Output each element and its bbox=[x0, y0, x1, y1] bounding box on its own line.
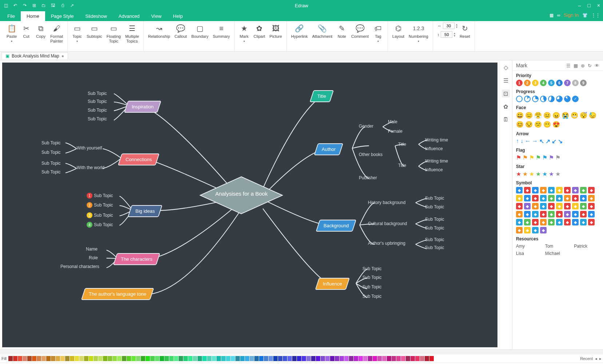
color-swatch[interactable] bbox=[103, 356, 107, 361]
priority-badge[interactable]: 3 bbox=[532, 80, 539, 86]
horizontal-scrollbar[interactable] bbox=[0, 349, 603, 355]
leaf[interactable]: Sub Topic bbox=[88, 116, 107, 121]
color-swatch[interactable] bbox=[245, 356, 249, 361]
symbol-icon[interactable]: ◆ bbox=[580, 195, 587, 201]
symbol-icon[interactable]: ◆ bbox=[532, 203, 539, 209]
star-icon[interactable]: ★ bbox=[529, 171, 534, 177]
color-swatch[interactable] bbox=[259, 356, 263, 361]
symbol-icon[interactable]: ◆ bbox=[580, 203, 587, 209]
chevron-right-icon[interactable]: ▸ bbox=[599, 356, 602, 361]
arrow-icon[interactable]: ↘ bbox=[558, 138, 563, 145]
callout-button[interactable]: 💬Callout bbox=[172, 23, 189, 40]
v-spacing-input[interactable] bbox=[441, 31, 452, 38]
picture-button[interactable]: 🖼Picture bbox=[267, 23, 284, 40]
color-swatch[interactable] bbox=[316, 356, 320, 361]
symbol-icon[interactable]: ◆ bbox=[572, 195, 579, 201]
color-swatch[interactable] bbox=[278, 356, 282, 361]
progress-pie[interactable] bbox=[564, 96, 571, 102]
flag-icon[interactable]: ⚑ bbox=[523, 154, 528, 161]
color-swatch[interactable] bbox=[136, 356, 140, 361]
canvas-area[interactable]: Analysises for a Book Inspiration Sub To… bbox=[0, 60, 512, 349]
color-swatch[interactable] bbox=[8, 356, 13, 361]
symbol-icon[interactable]: ◆ bbox=[556, 195, 563, 201]
close-button[interactable]: × bbox=[597, 3, 600, 8]
leaf[interactable]: 1Sub Topic bbox=[87, 193, 113, 199]
save-icon[interactable]: 🖫 bbox=[50, 3, 56, 8]
color-swatch[interactable] bbox=[89, 356, 93, 361]
minimize-button[interactable]: – bbox=[578, 3, 581, 8]
subtopic-button[interactable]: ▭Subtopic bbox=[84, 23, 104, 40]
color-swatch[interactable] bbox=[122, 356, 126, 361]
symbol-icon[interactable]: ◆ bbox=[540, 203, 547, 209]
color-swatch[interactable] bbox=[70, 356, 74, 361]
color-swatch[interactable] bbox=[292, 356, 297, 361]
color-swatch[interactable] bbox=[188, 356, 193, 361]
symbol-icon[interactable]: ◆ bbox=[556, 187, 563, 193]
symbol-icon[interactable]: ◆ bbox=[588, 211, 595, 217]
add-icon[interactable]: ⊕ bbox=[581, 63, 585, 68]
color-swatch[interactable] bbox=[425, 356, 429, 361]
arrow-icon[interactable]: ↓ bbox=[520, 138, 523, 145]
flag-icon[interactable]: ⚑ bbox=[542, 154, 547, 161]
node-author[interactable]: Author bbox=[314, 143, 344, 155]
cut-button[interactable]: ✂Cut bbox=[19, 23, 33, 40]
calendar-icon[interactable]: 🗓 bbox=[502, 116, 510, 124]
symbol-icon[interactable]: ◆ bbox=[532, 187, 539, 193]
color-swatch[interactable] bbox=[160, 356, 164, 361]
symbol-icon[interactable]: ◆ bbox=[548, 219, 555, 225]
progress-pie[interactable] bbox=[556, 96, 563, 102]
color-swatch[interactable] bbox=[231, 356, 235, 361]
symbol-icon[interactable]: ◆ bbox=[556, 203, 563, 209]
symbol-icon[interactable]: ◆ bbox=[532, 211, 539, 217]
progress-pie[interactable] bbox=[548, 96, 555, 102]
symbol-icon[interactable]: ◆ bbox=[580, 211, 587, 217]
star-icon[interactable]: ★ bbox=[542, 171, 547, 177]
color-swatch[interactable] bbox=[221, 356, 226, 361]
symbol-icon[interactable]: ◆ bbox=[564, 203, 571, 209]
symbol-icon[interactable]: ◆ bbox=[588, 219, 595, 225]
color-swatch[interactable] bbox=[287, 356, 292, 361]
face-icon[interactable]: 😶 bbox=[543, 121, 551, 128]
face-icon[interactable]: 😭 bbox=[562, 112, 569, 119]
symbol-icon[interactable]: ◆ bbox=[532, 195, 539, 201]
leaf[interactable]: Other books bbox=[359, 152, 382, 157]
leaf[interactable]: With yourself bbox=[77, 145, 102, 151]
export-icon[interactable]: ↗ bbox=[69, 3, 75, 8]
color-swatch[interactable] bbox=[406, 356, 410, 361]
comment-button[interactable]: 💬Comment bbox=[349, 23, 371, 40]
color-swatch[interactable] bbox=[377, 356, 382, 361]
outline-icon[interactable]: ☰ bbox=[502, 76, 510, 84]
leaf[interactable]: Sub Topic bbox=[41, 150, 60, 155]
leaf[interactable]: Sub Topic bbox=[362, 266, 381, 271]
color-swatch[interactable] bbox=[41, 356, 46, 361]
flag-icon[interactable]: ⚑ bbox=[516, 154, 521, 161]
color-swatch[interactable] bbox=[146, 356, 150, 361]
symbol-icon[interactable]: ◆ bbox=[540, 227, 547, 233]
flag-icon[interactable]: ⚑ bbox=[536, 154, 541, 161]
color-swatch[interactable] bbox=[335, 356, 339, 361]
progress-pie[interactable] bbox=[524, 96, 531, 102]
list-view-icon[interactable]: ☰ bbox=[566, 63, 571, 68]
undo-icon[interactable]: ↶ bbox=[12, 3, 18, 8]
symbol-icon[interactable]: ◆ bbox=[524, 187, 531, 193]
arrow-icon[interactable]: ↗ bbox=[546, 138, 550, 145]
symbol-icon[interactable]: ◆ bbox=[540, 211, 547, 217]
arrow-icon[interactable]: ↙ bbox=[552, 138, 556, 145]
redo-icon[interactable]: ↷ bbox=[22, 3, 28, 8]
color-swatch[interactable] bbox=[127, 356, 131, 361]
leaf[interactable]: Sub Topic bbox=[425, 237, 444, 242]
leaf[interactable]: Sub Topic bbox=[362, 275, 381, 280]
grid-view-icon[interactable]: ▦ bbox=[574, 63, 578, 68]
star-icon[interactable]: ★ bbox=[523, 171, 528, 177]
color-swatch[interactable] bbox=[141, 356, 145, 361]
option-icon[interactable]: ▦ bbox=[550, 13, 554, 18]
color-swatch[interactable] bbox=[46, 356, 51, 361]
symbol-icon[interactable]: ◆ bbox=[564, 219, 571, 225]
color-swatch[interactable] bbox=[401, 356, 405, 361]
color-swatch[interactable] bbox=[254, 356, 259, 361]
leaf[interactable]: With the world bbox=[77, 165, 104, 170]
symbol-icon[interactable]: ◆ bbox=[572, 219, 579, 225]
tab-help[interactable]: Help bbox=[167, 11, 189, 21]
multiple-topics-button[interactable]: ☰Multiple Topics bbox=[123, 23, 141, 44]
face-icon[interactable]: 😐 bbox=[543, 112, 551, 119]
